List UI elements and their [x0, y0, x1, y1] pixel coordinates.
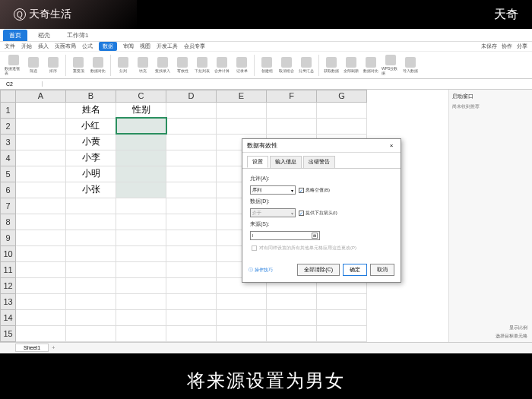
col-F[interactable]: F	[267, 90, 317, 102]
ribbon-import[interactable]: 导入数据	[401, 54, 420, 77]
ribbon-group[interactable]: 创建组	[258, 54, 276, 77]
cell-B4[interactable]: 小李	[66, 150, 116, 166]
menu-view[interactable]: 视图	[140, 43, 150, 50]
row-9[interactable]: 9	[1, 230, 16, 245]
tab-workbook[interactable]: 工作簿1	[61, 30, 94, 41]
menu-collab[interactable]: 协作	[502, 43, 512, 50]
ribbon-compare[interactable]: 数据对比	[89, 54, 107, 77]
help-link[interactable]: ⓘ 操作技巧	[249, 267, 273, 274]
row-5[interactable]: 5	[1, 166, 16, 182]
ribbon-ungroup[interactable]: 取消组合	[277, 54, 296, 77]
chevron-down-icon: ▾	[291, 211, 293, 216]
row-15[interactable]: 15	[1, 325, 16, 341]
menu-file[interactable]: 文件	[5, 43, 15, 50]
ribbon-record[interactable]: 记录单	[233, 54, 251, 77]
col-B[interactable]: B	[66, 90, 116, 102]
tab-daoke[interactable]: 稻壳	[32, 30, 56, 41]
source-input[interactable]: I ⊞	[250, 231, 320, 240]
col-E[interactable]: E	[217, 90, 267, 102]
side-title: 启动窗口	[452, 93, 529, 100]
ribbon-split[interactable]: 分列	[114, 54, 132, 77]
row-12[interactable]: 12	[1, 277, 16, 293]
cell-B6[interactable]: 小张	[66, 182, 116, 198]
cell-C6[interactable]	[116, 182, 166, 198]
ribbon-merge[interactable]: 合并计算	[213, 54, 231, 77]
clear-all-button[interactable]: 全部清除(C)	[297, 264, 340, 276]
ribbon-refresh[interactable]: 全部刷新	[342, 54, 360, 77]
add-sheet-icon[interactable]: +	[52, 345, 55, 350]
close-icon[interactable]: ×	[387, 142, 396, 149]
col-C[interactable]: C	[116, 90, 166, 102]
dropdown-arrow-checkbox[interactable]: ✓提供下拉箭头(I)	[299, 210, 337, 217]
menu-share[interactable]: 分享	[517, 43, 527, 50]
menu-dev[interactable]: 开发工具	[157, 43, 178, 50]
name-box[interactable]: C2	[5, 81, 43, 87]
ribbon-subtotal[interactable]: 分类汇总	[297, 54, 315, 77]
chevron-down-icon: ▾	[291, 188, 293, 193]
cell-C1[interactable]: 性别	[116, 102, 166, 118]
row-1[interactable]: 1	[1, 102, 16, 118]
menu-vip[interactable]: 会员专享	[184, 43, 205, 50]
row-6[interactable]: 6	[1, 182, 16, 198]
corner-cell[interactable]	[1, 90, 16, 102]
spreadsheet-app: 首页 稻壳 工作簿1 文件 开始 插入 页面布局 公式 数据 审阅 视图 开发工…	[0, 29, 532, 353]
ribbon-filter[interactable]: 筛选	[24, 54, 43, 77]
ribbon-compare2[interactable]: 数据对比	[362, 54, 380, 77]
cancel-button[interactable]: 取消	[370, 264, 394, 276]
menu-review[interactable]: 审阅	[123, 43, 134, 50]
ribbon-sort[interactable]: 排序	[44, 54, 62, 77]
ribbon-validity[interactable]: 有效性	[173, 54, 192, 77]
row-2[interactable]: 2	[1, 118, 16, 134]
row-10[interactable]: 10	[1, 245, 16, 261]
help-icon: ⓘ	[249, 267, 253, 274]
ribbon-dup[interactable]: 重复项	[69, 54, 87, 77]
menu-insert[interactable]: 插入	[38, 43, 49, 50]
formula-bar: C2	[0, 79, 532, 89]
range-picker-icon[interactable]: ⊞	[312, 233, 318, 239]
col-A[interactable]: A	[16, 90, 66, 102]
ribbon-cloud[interactable]: WPS云数据	[382, 54, 400, 77]
row-8[interactable]: 8	[1, 214, 16, 230]
menu-unsaved[interactable]: 未保存	[481, 43, 497, 50]
ribbon-find[interactable]: 查找录入	[154, 54, 172, 77]
row-7[interactable]: 7	[1, 198, 16, 214]
row-4[interactable]: 4	[1, 150, 16, 166]
dialog-tab-input[interactable]: 输入信息	[270, 156, 302, 168]
menu-formula[interactable]: 公式	[82, 43, 93, 50]
allow-select[interactable]: 序列▾	[250, 185, 296, 195]
cell-C2[interactable]	[116, 118, 166, 134]
row-11[interactable]: 11	[1, 261, 16, 277]
zoom-hint: 选择目标单元格	[496, 333, 527, 340]
video-caption: 将来源设置为男女	[0, 369, 532, 393]
tab-home[interactable]: 首页	[3, 30, 27, 41]
zoom-controls: 显示比例 选择目标单元格	[496, 325, 527, 340]
dialog-tab-error[interactable]: 出错警告	[303, 156, 335, 168]
cell-C5[interactable]	[116, 166, 166, 182]
brand-icon: Q	[14, 8, 26, 21]
menu-layout[interactable]: 页面布局	[55, 43, 76, 50]
sheet-tab-1[interactable]: Sheet1	[15, 344, 49, 352]
apply-all-checkbox[interactable]	[252, 245, 257, 251]
ribbon-fill[interactable]: 填充	[134, 54, 152, 77]
ignore-blank-checkbox[interactable]: ✓忽略空值(B)	[299, 187, 330, 194]
menu-bar: 文件 开始 插入 页面布局 公式 数据 审阅 视图 开发工具 会员专享 未保存 …	[0, 42, 532, 52]
cell-B1[interactable]: 姓名	[66, 102, 116, 118]
app-tabs: 首页 稻壳 工作簿1	[0, 29, 532, 42]
ribbon-dropdown[interactable]: 下拉列表	[193, 54, 211, 77]
col-G[interactable]: G	[317, 90, 367, 102]
row-14[interactable]: 14	[1, 309, 16, 325]
row-13[interactable]: 13	[1, 293, 16, 309]
ribbon-pivot[interactable]: 数据透视表	[5, 54, 23, 77]
dialog-tab-settings[interactable]: 设置	[247, 156, 268, 168]
ok-button[interactable]: 确定	[343, 264, 367, 276]
row-3[interactable]: 3	[1, 134, 16, 150]
ribbon-getdata[interactable]: 获取数据	[322, 54, 340, 77]
cell-C4[interactable]	[116, 150, 166, 166]
menu-start[interactable]: 开始	[21, 43, 32, 50]
cell-C3[interactable]	[116, 134, 166, 150]
menu-data[interactable]: 数据	[99, 42, 117, 51]
col-D[interactable]: D	[166, 90, 217, 102]
cell-B2[interactable]: 小红	[66, 118, 116, 134]
cell-B5[interactable]: 小明	[66, 166, 116, 182]
cell-B3[interactable]: 小黄	[66, 134, 116, 150]
